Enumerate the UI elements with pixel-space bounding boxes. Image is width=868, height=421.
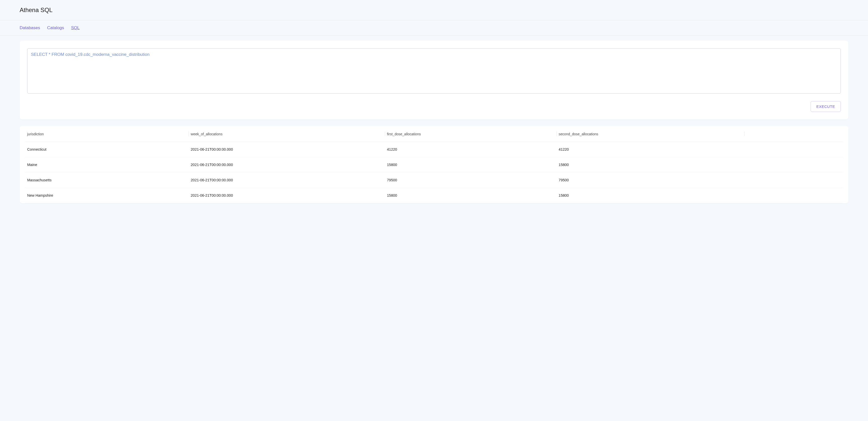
cell-extra	[745, 188, 843, 203]
table-body: Connecticut 2021-06-21T00:00:00.000 4122…	[25, 142, 843, 203]
cell-week: 2021-06-21T00:00:00.000	[189, 188, 385, 203]
nav-item-catalogs[interactable]: Catalogs	[47, 25, 64, 30]
header: Athena SQL	[0, 0, 868, 20]
cell-week: 2021-06-21T00:00:00.000	[189, 157, 385, 172]
cell-extra	[745, 157, 843, 172]
page-title: Athena SQL	[20, 6, 848, 13]
nav-item-sql[interactable]: SQL	[71, 25, 80, 30]
cell-first-dose: 79500	[385, 172, 557, 188]
column-header-first-dose-allocations[interactable]: first_dose_allocations	[385, 126, 557, 142]
content: EXECUTE jurisdiction week_of_allocations…	[0, 36, 868, 208]
cell-first-dose: 41220	[385, 142, 557, 157]
execute-button[interactable]: EXECUTE	[811, 101, 841, 112]
cell-week: 2021-06-21T00:00:00.000	[189, 172, 385, 188]
cell-jurisdiction: Maine	[25, 157, 189, 172]
results-card: jurisdiction week_of_allocations first_d…	[20, 126, 848, 203]
cell-jurisdiction: New Hampshire	[25, 188, 189, 203]
column-header-jurisdiction[interactable]: jurisdiction	[25, 126, 189, 142]
nav-bar: Databases Catalogs SQL	[0, 20, 868, 36]
cell-extra	[745, 172, 843, 188]
results-table: jurisdiction week_of_allocations first_d…	[25, 126, 843, 203]
cell-second-dose: 41220	[557, 142, 745, 157]
query-card: EXECUTE	[20, 41, 848, 120]
table-row: Connecticut 2021-06-21T00:00:00.000 4122…	[25, 142, 843, 157]
nav-item-databases[interactable]: Databases	[20, 25, 40, 30]
cell-week: 2021-06-21T00:00:00.000	[189, 142, 385, 157]
cell-jurisdiction: Massachusetts	[25, 172, 189, 188]
cell-extra	[745, 142, 843, 157]
table-row: New Hampshire 2021-06-21T00:00:00.000 15…	[25, 188, 843, 203]
cell-second-dose: 15800	[557, 188, 745, 203]
cell-first-dose: 15800	[385, 157, 557, 172]
table-row: Massachusetts 2021-06-21T00:00:00.000 79…	[25, 172, 843, 188]
column-header-week-of-allocations[interactable]: week_of_allocations	[189, 126, 385, 142]
cell-jurisdiction: Connecticut	[25, 142, 189, 157]
column-header-extra[interactable]	[745, 126, 843, 142]
sql-editor[interactable]	[27, 48, 841, 94]
cell-first-dose: 15800	[385, 188, 557, 203]
cell-second-dose: 15800	[557, 157, 745, 172]
table-row: Maine 2021-06-21T00:00:00.000 15800 1580…	[25, 157, 843, 172]
table-header-row: jurisdiction week_of_allocations first_d…	[25, 126, 843, 142]
query-actions: EXECUTE	[27, 101, 841, 112]
column-header-second-dose-allocations[interactable]: second_dose_allocations	[557, 126, 745, 142]
cell-second-dose: 79500	[557, 172, 745, 188]
